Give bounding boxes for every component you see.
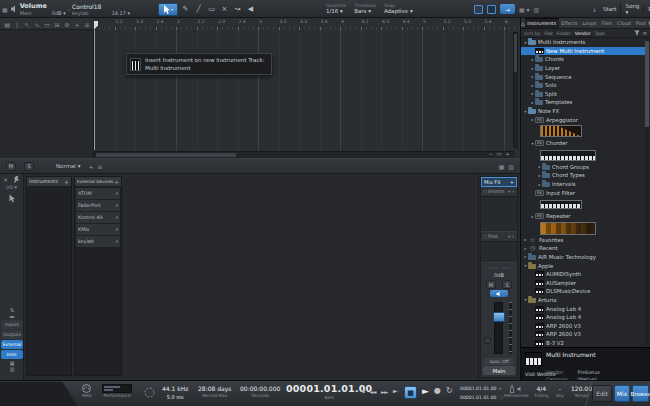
add-device-icon[interactable]: + xyxy=(114,178,119,185)
scroll-left-right-icon[interactable]: ◄► xyxy=(0,314,24,319)
console-menu-button[interactable]: ≡ xyxy=(97,163,102,170)
tab-loops[interactable]: Loops xyxy=(580,18,599,28)
gain-readout[interactable]: 0dB xyxy=(481,272,517,280)
playhead-marker[interactable] xyxy=(94,21,98,29)
start-page-button[interactable]: Start xyxy=(599,6,620,12)
browser-tree-item[interactable]: ▸Chord Groups xyxy=(521,163,645,172)
external-devices-header[interactable]: External Devices + xyxy=(75,177,121,187)
track-header-column[interactable] xyxy=(0,30,94,158)
snap-value[interactable]: Adaptive ▾ xyxy=(384,8,413,15)
sort-option-type[interactable]: Type xyxy=(594,31,604,36)
browser-tree-item[interactable]: ▸Split xyxy=(521,90,645,99)
channel-name[interactable]: Main xyxy=(483,366,515,375)
menu-icon[interactable]: ≡ xyxy=(82,21,92,28)
project-page-button[interactable]: Project xyxy=(643,6,650,12)
mixfx-add-icon[interactable]: + xyxy=(510,179,514,185)
io-label[interactable]: I/O ▾ xyxy=(0,185,23,190)
device-dropdown-icon[interactable]: ▾ xyxy=(116,191,118,196)
quantize-combo[interactable]: Quantize 1/16 ▾ xyxy=(326,1,346,17)
wrench-icon[interactable] xyxy=(13,176,20,183)
plug-icon[interactable]: ↓ xyxy=(592,6,597,13)
metronome-settings-icon[interactable] xyxy=(517,385,523,393)
quantize-value[interactable]: 1/16 ▾ xyxy=(326,8,346,15)
hand-cursor-icon[interactable] xyxy=(8,194,16,203)
post-dropdown-icon[interactable]: ▾ xyxy=(508,234,510,239)
sort-option-flat[interactable]: Flat xyxy=(544,31,552,36)
paint-tool-icon[interactable]: ✎ xyxy=(179,5,192,13)
browser-scrollbar[interactable] xyxy=(645,39,649,345)
zoom-fit-button[interactable]: ▭ xyxy=(496,150,502,157)
browser-tree-item[interactable]: ▾Apple xyxy=(521,261,645,270)
scrollbar-thumb[interactable] xyxy=(96,153,236,157)
scrollbar-thumb[interactable] xyxy=(645,41,649,127)
edit-view-button[interactable]: Edit xyxy=(592,385,612,402)
sidebar-tab-external[interactable]: External xyxy=(1,340,23,349)
param-value[interactable]: 0dB ▾ xyxy=(52,10,66,16)
loop-locators[interactable]: 00001.01.01.00▸ 00001.01.01.00○ xyxy=(460,385,503,402)
console-banks-icon[interactable]: ▦ xyxy=(499,163,505,170)
inserts-header[interactable]: ○ Inserts ▾ + xyxy=(481,187,517,196)
tab-cloud[interactable]: Cloud xyxy=(615,18,634,28)
preview-thumbnail[interactable] xyxy=(540,200,582,209)
link-button[interactable] xyxy=(488,267,498,269)
timebase-value[interactable]: Bars ▾ xyxy=(354,8,376,15)
browser-tree-item[interactable]: New Multi Instrument xyxy=(521,47,645,56)
pencil-tool-icon[interactable]: ╱ xyxy=(192,5,205,13)
device-dropdown-icon[interactable]: ▾ xyxy=(116,227,118,232)
key-display[interactable]: - Key xyxy=(556,384,564,399)
inserts-dropdown-icon[interactable]: ▾ xyxy=(508,189,510,194)
range-tool-icon[interactable]: ▭ xyxy=(205,5,218,13)
mix-view-button[interactable]: Mix xyxy=(614,385,630,402)
snap-relative-toggle[interactable] xyxy=(487,5,496,14)
zoom-in-button[interactable]: + xyxy=(505,150,510,157)
record-button[interactable]: ● xyxy=(434,386,441,395)
arrange-horizontal-scrollbar[interactable] xyxy=(94,151,514,158)
device-row[interactable]: ATOM▾ xyxy=(76,188,120,199)
tool-dropdown-icon[interactable]: ▾ xyxy=(171,7,173,12)
browser-tree-item[interactable]: Analog Lab 4 xyxy=(521,304,645,313)
browser-tree-item[interactable]: ▸Chord Types xyxy=(521,171,645,180)
inserts-add-icon[interactable]: + xyxy=(511,189,515,194)
sort-option-vendor[interactable]: Vendor xyxy=(575,31,591,36)
device-dropdown-icon[interactable]: ▾ xyxy=(116,239,118,244)
browser-tree-item[interactable]: ▾Multi Instruments xyxy=(521,38,645,47)
browser-tree-item[interactable]: ▸Templates xyxy=(521,98,645,107)
snap-grid-toggle[interactable] xyxy=(474,5,483,14)
inserts-slot-area[interactable] xyxy=(481,196,517,232)
add-instrument-icon[interactable]: + xyxy=(64,178,69,185)
previous-bar-button[interactable]: ◄ xyxy=(360,387,365,394)
browser-tree-item[interactable]: AUMIDISynth xyxy=(521,270,645,279)
punch-out-icon[interactable]: ○ xyxy=(500,394,504,402)
track-list-icon[interactable]: ▤ xyxy=(2,21,12,28)
device-row[interactable]: FaderPort▾ xyxy=(76,200,120,211)
snap-combo[interactable]: Snap Adaptive ▾ xyxy=(384,1,413,17)
tab-instruments[interactable]: Instruments xyxy=(525,18,559,28)
browser-tree-item[interactable]: ▸◷Recent xyxy=(521,244,645,253)
autoscroll-button[interactable]: → xyxy=(500,4,515,14)
forward-button[interactable]: ►► xyxy=(381,389,387,395)
post-header[interactable]: ○ Post ▾ + xyxy=(481,232,517,241)
control-value[interactable]: 14.17 ▾ xyxy=(112,10,130,16)
loop-end[interactable]: 00001.01.01.00 xyxy=(460,394,497,402)
device-dropdown-icon[interactable]: ▾ xyxy=(116,203,118,208)
post-slot-area[interactable] xyxy=(481,241,517,263)
grid-icon[interactable]: ⊞ xyxy=(52,21,62,28)
automation-mode-button[interactable]: Auto: Off xyxy=(484,358,514,365)
automation-icon[interactable]: ∿ xyxy=(32,21,42,28)
pan-knob[interactable] xyxy=(484,337,491,344)
rewind-button[interactable]: ◄◄ xyxy=(369,389,375,395)
metronome-section[interactable]: Metronome xyxy=(504,384,529,399)
browser-tree-item[interactable]: ARP 2600 V3 xyxy=(521,330,645,339)
arrange-view[interactable]: Insert Instrument on new Instrument Trac… xyxy=(0,30,520,158)
performance-panel-tab[interactable] xyxy=(0,381,78,406)
layers-button[interactable]: ▥ xyxy=(534,6,540,13)
list-view-icon[interactable]: ▥ xyxy=(0,366,24,372)
browser-tree-item[interactable]: ▾Arturia xyxy=(521,296,645,305)
browser-tree-item[interactable]: ▾FXChorder xyxy=(521,139,645,148)
next-bar-button[interactable]: ► xyxy=(393,387,398,394)
swap-button[interactable] xyxy=(501,267,511,269)
channel-width-select[interactable]: Normal ▾ xyxy=(56,163,80,169)
browser-tree-item[interactable]: AUSampler xyxy=(521,278,645,287)
volume-fader[interactable] xyxy=(494,302,503,354)
listen-tool-icon[interactable]: ◀ xyxy=(244,5,257,13)
